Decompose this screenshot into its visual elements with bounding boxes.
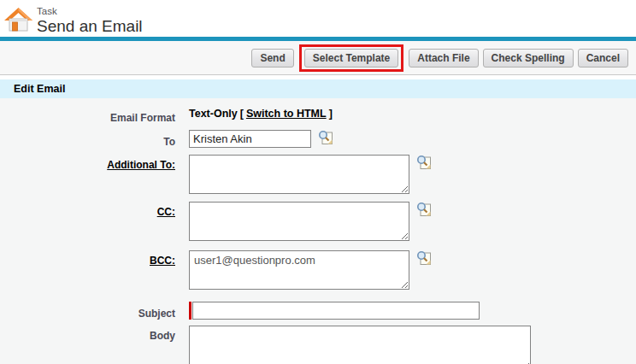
additional-to-label-link[interactable]: Additional To: (107, 159, 175, 171)
bracket-open: [ (240, 108, 244, 120)
body-label: Body (150, 330, 175, 342)
title-block: Task Send an Email (37, 5, 143, 36)
subject-row: Subject (0, 302, 636, 320)
red-highlight-box: Select Template (299, 44, 403, 72)
additional-to-textarea[interactable] (189, 155, 409, 194)
bcc-textarea[interactable]: user1@questionpro.com (189, 250, 409, 290)
to-row: To (0, 130, 636, 149)
edit-email-form: Email Format Text-Only [ Switch to HTML … (0, 98, 636, 364)
subject-input[interactable] (192, 302, 480, 320)
select-template-button[interactable]: Select Template (304, 49, 398, 68)
email-format-row: Email Format Text-Only [ Switch to HTML … (0, 108, 636, 125)
bcc-label-link[interactable]: BCC: (150, 255, 175, 267)
switch-to-html-link[interactable]: Switch to HTML (246, 108, 327, 120)
email-format-value: Text-Only (189, 108, 238, 120)
cc-label-link[interactable]: CC: (157, 206, 175, 218)
cancel-button[interactable]: Cancel (578, 49, 628, 68)
bcc-row: BCC: user1@questionpro.com (0, 250, 636, 290)
page-title: Send an Email (37, 18, 143, 36)
bracket-close: ] (329, 108, 333, 120)
send-button[interactable]: Send (251, 49, 293, 68)
cc-lookup-magnifier-icon[interactable] (416, 202, 432, 217)
to-input[interactable] (189, 130, 311, 148)
to-lookup-magnifier-icon[interactable] (318, 130, 333, 145)
required-field-bar (189, 302, 191, 320)
section-header-edit-email: Edit Email (0, 79, 636, 98)
additional-to-row: Additional To: (0, 155, 636, 194)
task-house-icon (4, 7, 32, 33)
cc-textarea[interactable] (189, 202, 409, 241)
attach-file-button[interactable]: Attach File (409, 49, 478, 68)
to-label: To (163, 136, 175, 148)
subject-label: Subject (138, 308, 175, 320)
additional-to-lookup-magnifier-icon[interactable] (416, 155, 432, 170)
email-format-label: Email Format (110, 112, 175, 124)
check-spelling-button[interactable]: Check Spelling (483, 49, 574, 68)
cc-row: CC: (0, 202, 636, 241)
body-row: Body (0, 326, 636, 364)
bcc-lookup-magnifier-icon[interactable] (416, 250, 432, 266)
body-textarea[interactable] (189, 326, 531, 364)
toolbar: Send Select Template Attach File Check S… (0, 41, 636, 75)
record-type-label: Task (37, 6, 143, 17)
page-header: Task Send an Email (0, 0, 636, 37)
